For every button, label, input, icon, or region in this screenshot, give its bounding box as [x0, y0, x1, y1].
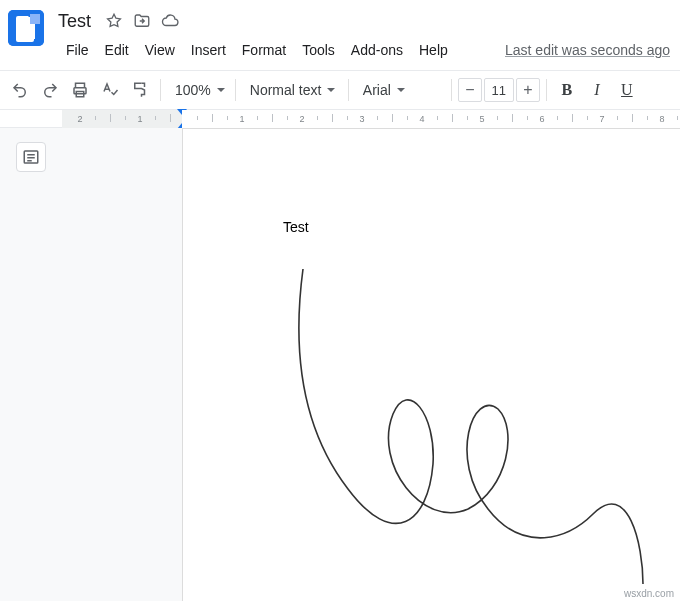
font-size-decrease-button[interactable]: − [458, 78, 482, 102]
menu-edit[interactable]: Edit [97, 40, 137, 60]
show-outline-button[interactable] [16, 142, 46, 172]
font-size-input[interactable] [484, 78, 514, 102]
font-size-group: − + [458, 78, 540, 102]
doc-title-area: Test File Edit View Inse [58, 8, 670, 62]
document-text[interactable]: Test [283, 219, 309, 235]
chevron-down-icon [397, 88, 405, 92]
app-header: Test File Edit View Inse [0, 0, 680, 62]
menu-help[interactable]: Help [411, 40, 456, 60]
last-edit-link[interactable]: Last edit was seconds ago [505, 42, 670, 58]
menu-tools[interactable]: Tools [294, 40, 343, 60]
font-family-dropdown[interactable]: Arial [355, 76, 445, 104]
scribble-drawing[interactable] [273, 264, 673, 584]
ruler-label: 6 [536, 110, 548, 128]
left-panel [0, 128, 62, 601]
document-canvas[interactable]: Test [62, 128, 680, 601]
ruler-label: 7 [596, 110, 608, 128]
star-icon[interactable] [103, 10, 125, 32]
italic-button[interactable]: I [583, 76, 611, 104]
underline-button[interactable]: U [613, 76, 641, 104]
toolbar-separator [235, 79, 236, 101]
svg-rect-2 [20, 30, 32, 32]
document-title[interactable]: Test [58, 11, 97, 32]
redo-button[interactable] [36, 76, 64, 104]
chevron-down-icon [217, 88, 225, 92]
paragraph-style-value: Normal text [250, 82, 322, 98]
undo-button[interactable] [6, 76, 34, 104]
watermark: wsxdn.com [624, 588, 674, 599]
menu-insert[interactable]: Insert [183, 40, 234, 60]
toolbar-separator [546, 79, 547, 101]
horizontal-ruler[interactable]: 2 1 1 2 3 4 5 6 7 [0, 110, 680, 128]
menu-format[interactable]: Format [234, 40, 294, 60]
ruler-label: 5 [476, 110, 488, 128]
move-icon[interactable] [131, 10, 153, 32]
zoom-value: 100% [175, 82, 211, 98]
ruler-label: 4 [416, 110, 428, 128]
ruler-label: 1 [134, 110, 146, 128]
toolbar: 100% Normal text Arial − + B I U [0, 70, 680, 110]
ruler-page-area[interactable]: 1 2 3 4 5 6 7 8 9 [182, 110, 680, 128]
ruler-label: 3 [356, 110, 368, 128]
paint-format-button[interactable] [126, 76, 154, 104]
ruler-label: 8 [656, 110, 668, 128]
toolbar-separator [348, 79, 349, 101]
bold-button[interactable]: B [553, 76, 581, 104]
svg-rect-1 [20, 26, 32, 28]
ruler-label: 2 [296, 110, 308, 128]
toolbar-separator [160, 79, 161, 101]
chevron-down-icon [327, 88, 335, 92]
cloud-saved-icon[interactable] [159, 10, 181, 32]
zoom-dropdown[interactable]: 100% [167, 76, 229, 104]
title-row: Test [58, 8, 670, 34]
workspace: Test [0, 128, 680, 601]
font-family-value: Arial [363, 82, 391, 98]
paragraph-style-dropdown[interactable]: Normal text [242, 76, 342, 104]
svg-rect-3 [20, 34, 28, 36]
docs-logo[interactable] [8, 10, 44, 46]
menu-file[interactable]: File [58, 40, 97, 60]
menu-bar: File Edit View Insert Format Tools Add-o… [58, 38, 670, 62]
document-page[interactable]: Test [182, 128, 680, 601]
menu-view[interactable]: View [137, 40, 183, 60]
ruler-label: 1 [236, 110, 248, 128]
font-size-increase-button[interactable]: + [516, 78, 540, 102]
menu-addons[interactable]: Add-ons [343, 40, 411, 60]
ruler-margin-left[interactable]: 2 1 [62, 110, 182, 128]
spellcheck-button[interactable] [96, 76, 124, 104]
toolbar-separator [451, 79, 452, 101]
print-button[interactable] [66, 76, 94, 104]
ruler-label: 2 [74, 110, 86, 128]
